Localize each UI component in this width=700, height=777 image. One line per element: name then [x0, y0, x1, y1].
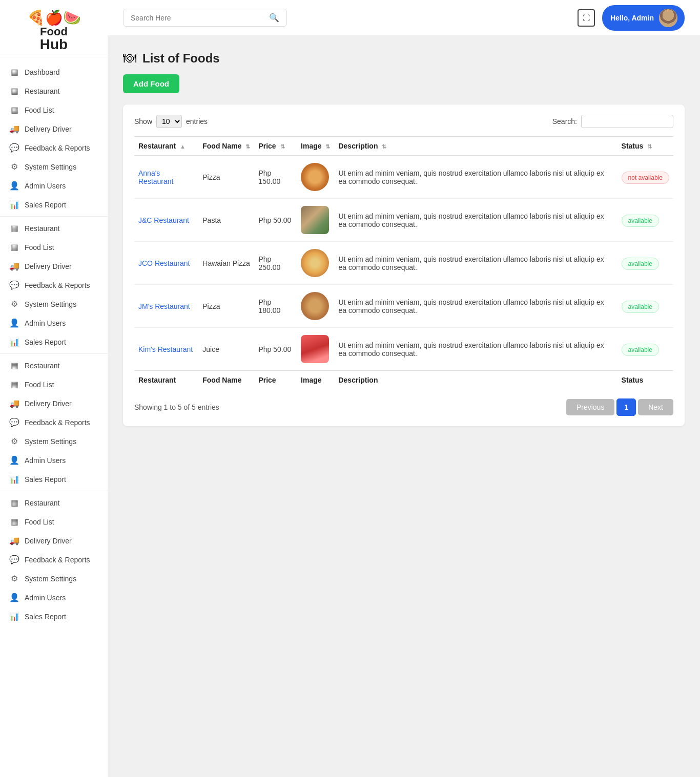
- show-label: Show: [134, 117, 152, 125]
- cell-price-3: Php 180.00: [254, 285, 297, 328]
- table-search-input[interactable]: [581, 115, 673, 128]
- cell-description-1: Ut enim ad minim veniam, quis nostrud ex…: [334, 199, 617, 242]
- sidebar-label-feedback-reports3: Feedback & Reports: [25, 418, 90, 427]
- feedback4-icon: 💬: [9, 555, 19, 564]
- sort-icon-restaurant: ▲: [180, 143, 186, 150]
- sidebar-label-sales-report: Sales Report: [25, 201, 66, 209]
- sidebar-item-delivery-driver4[interactable]: 🚚 Delivery Driver: [0, 531, 108, 550]
- sidebar-item-food-list2[interactable]: ▦ Food List: [0, 238, 108, 257]
- main-area: 🔍 ⛶ Hello, Admin 🍽 List of Foods Add Foo…: [108, 0, 700, 777]
- showing-text: Showing 1 to 5 of 5 entries: [134, 403, 219, 411]
- table-footer-row: Restaurant Food Name Price Image Descrip…: [134, 371, 673, 390]
- restaurant-icon: ▦: [9, 86, 19, 96]
- restaurant4-icon: ▦: [9, 498, 19, 508]
- cell-description-4: Ut enim ad minim veniam, quis nostrud ex…: [334, 328, 617, 371]
- food-image-0: [301, 163, 329, 191]
- admin-users3-icon: 👤: [9, 455, 19, 465]
- sidebar-item-admin-users4[interactable]: 👤 Admin Users: [0, 588, 108, 607]
- pagination: Previous 1 Next: [566, 398, 673, 416]
- sidebar-item-admin-users[interactable]: 👤 Admin Users: [0, 176, 108, 195]
- feedback3-icon: 💬: [9, 417, 19, 427]
- sidebar-item-food-list[interactable]: ▦ Food List: [0, 100, 108, 119]
- sidebar-item-feedback-reports4[interactable]: 💬 Feedback & Reports: [0, 550, 108, 569]
- sidebar-item-delivery-driver2[interactable]: 🚚 Delivery Driver: [0, 257, 108, 276]
- table-search-label: Search:: [552, 117, 577, 125]
- restaurant-link-3[interactable]: JM's Restaurant: [138, 302, 190, 310]
- restaurant-link-2[interactable]: JCO Restaurant: [138, 259, 190, 267]
- sidebar-item-system-settings3[interactable]: ⚙ System Settings: [0, 432, 108, 451]
- sales-report4-icon: 📊: [9, 612, 19, 621]
- sidebar-item-feedback-reports2[interactable]: 💬 Feedback & Reports: [0, 276, 108, 295]
- cell-image-3: [297, 285, 334, 328]
- restaurant-link-4[interactable]: Kim's Restaurant: [138, 345, 193, 353]
- footer-col-food-name: Food Name: [198, 371, 254, 390]
- col-status[interactable]: Status ⇅: [617, 137, 673, 156]
- previous-button[interactable]: Previous: [566, 399, 614, 415]
- admin-users4-icon: 👤: [9, 593, 19, 602]
- sidebar-item-food-list3[interactable]: ▦ Food List: [0, 375, 108, 394]
- sidebar-label-system-settings3: System Settings: [25, 437, 76, 446]
- show-entries: Show 10 25 50 entries: [134, 115, 208, 128]
- col-price[interactable]: Price ⇅: [254, 137, 297, 156]
- logo-text: FoodHub: [27, 26, 81, 52]
- sidebar-item-restaurant4[interactable]: ▦ Restaurant: [0, 493, 108, 512]
- sidebar-item-admin-users3[interactable]: 👤 Admin Users: [0, 451, 108, 470]
- sidebar-item-feedback-reports3[interactable]: 💬 Feedback & Reports: [0, 413, 108, 432]
- feedback2-icon: 💬: [9, 280, 19, 290]
- search-box[interactable]: 🔍: [123, 9, 287, 27]
- table-header-row: Restaurant ▲ Food Name ⇅ Price ⇅ Image ⇅: [134, 137, 673, 156]
- sidebar-item-admin-users2[interactable]: 👤 Admin Users: [0, 313, 108, 332]
- admin-users-icon: 👤: [9, 181, 19, 191]
- next-button[interactable]: Next: [638, 399, 673, 415]
- sidebar-item-sales-report4[interactable]: 📊 Sales Report: [0, 607, 108, 626]
- settings2-icon: ⚙: [9, 299, 19, 309]
- food-image-2: [301, 249, 329, 277]
- sidebar-item-delivery-driver3[interactable]: 🚚 Delivery Driver: [0, 394, 108, 413]
- sidebar-item-sales-report3[interactable]: 📊 Sales Report: [0, 470, 108, 489]
- food-image-3: [301, 292, 329, 320]
- cell-restaurant-4: Kim's Restaurant: [134, 328, 198, 371]
- user-menu-button[interactable]: Hello, Admin: [602, 5, 685, 31]
- header: 🔍 ⛶ Hello, Admin: [108, 0, 700, 36]
- sidebar-item-feedback-reports[interactable]: 💬 Feedback & Reports: [0, 138, 108, 157]
- sort-icon-description: ⇅: [382, 143, 386, 150]
- col-description[interactable]: Description ⇅: [334, 137, 617, 156]
- expand-button[interactable]: ⛶: [578, 9, 595, 27]
- cell-price-4: Php 50.00: [254, 328, 297, 371]
- footer-col-status: Status: [617, 371, 673, 390]
- search-input[interactable]: [131, 14, 269, 22]
- sidebar-item-system-settings2[interactable]: ⚙ System Settings: [0, 295, 108, 313]
- sidebar-item-food-list4[interactable]: ▦ Food List: [0, 512, 108, 531]
- sidebar-item-restaurant3[interactable]: ▦ Restaurant: [0, 356, 108, 375]
- show-select[interactable]: 10 25 50: [156, 115, 182, 128]
- cell-image-0: [297, 156, 334, 199]
- sidebar-label-delivery-driver2: Delivery Driver: [25, 262, 72, 270]
- sidebar-item-system-settings4[interactable]: ⚙ System Settings: [0, 569, 108, 588]
- sidebar-item-restaurant[interactable]: ▦ Restaurant: [0, 81, 108, 100]
- sidebar-item-dashboard[interactable]: ▦ Dashboard: [0, 62, 108, 81]
- footer-col-price: Price: [254, 371, 297, 390]
- sidebar-item-delivery-driver[interactable]: 🚚 Delivery Driver: [0, 119, 108, 138]
- sidebar-item-sales-report2[interactable]: 📊 Sales Report: [0, 332, 108, 351]
- restaurant-link-0[interactable]: Anna's Restaurant: [138, 169, 173, 185]
- sidebar-item-system-settings[interactable]: ⚙ System Settings: [0, 157, 108, 176]
- cell-restaurant-3: JM's Restaurant: [134, 285, 198, 328]
- sidebar-label-admin-users: Admin Users: [25, 182, 66, 190]
- cell-status-0: not available: [617, 156, 673, 199]
- sidebar-item-sales-report[interactable]: 📊 Sales Report: [0, 195, 108, 214]
- sidebar-label-feedback-reports: Feedback & Reports: [25, 144, 90, 152]
- cell-status-2: available: [617, 242, 673, 285]
- col-image[interactable]: Image ⇅: [297, 137, 334, 156]
- page-number-1[interactable]: 1: [616, 398, 636, 416]
- dashboard-icon: ▦: [9, 67, 19, 77]
- col-restaurant[interactable]: Restaurant ▲: [134, 137, 198, 156]
- add-food-button[interactable]: Add Food: [123, 74, 179, 93]
- sidebar-label-restaurant4: Restaurant: [25, 499, 59, 507]
- col-food-name[interactable]: Food Name ⇅: [198, 137, 254, 156]
- status-badge-2: available: [622, 258, 659, 270]
- sidebar-label-restaurant: Restaurant: [25, 87, 59, 95]
- cell-food-name-3: Pizza: [198, 285, 254, 328]
- restaurant-link-1[interactable]: J&C Restaurant: [138, 216, 189, 224]
- sales-report2-icon: 📊: [9, 337, 19, 347]
- sidebar-item-restaurant2[interactable]: ▦ Restaurant: [0, 219, 108, 238]
